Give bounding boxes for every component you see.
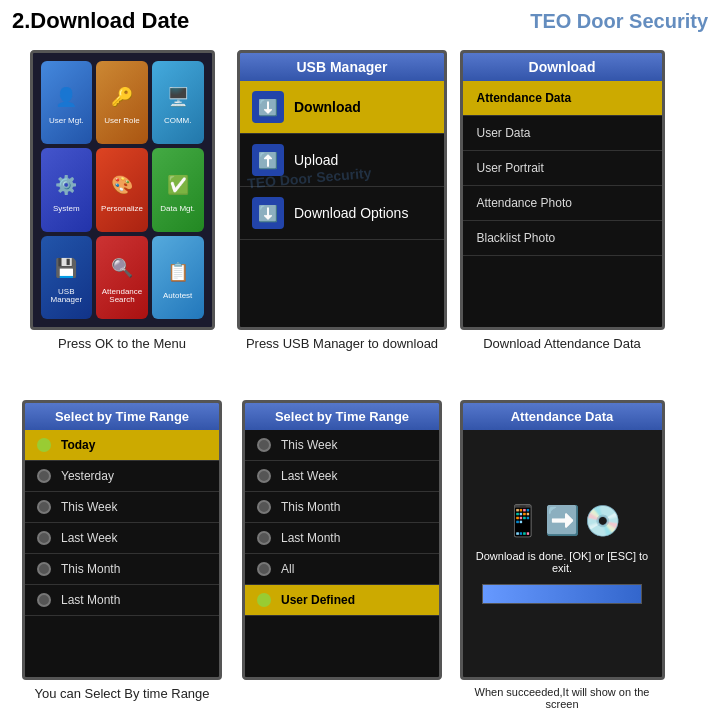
usb-label-download: Download: [294, 99, 361, 115]
time-label-yesterday: Yesterday: [61, 469, 114, 483]
panel1-caption: Press OK to the Menu: [58, 336, 186, 351]
panel-download-options: Download Attendance Data User Data User …: [452, 42, 672, 392]
app-label-user-mgt: User Mgt.: [49, 117, 84, 126]
app-label-comm: COMM.: [164, 117, 192, 126]
usb-label-upload: Upload: [294, 152, 338, 168]
app-screen: 👤 User Mgt. 🔑 User Role 🖥️ COMM. ⚙️ Syst…: [30, 50, 215, 330]
panel-download-success: Attendance Data 📱 ➡️ 💿 Download is done.…: [452, 392, 672, 720]
time-label-last-month: Last Month: [61, 593, 120, 607]
app-label-user-role: User Role: [104, 117, 140, 126]
dl-screen: Download Attendance Data User Data User …: [460, 50, 665, 330]
app-icon-data-mgt[interactable]: ✅ Data Mgt.: [152, 148, 204, 231]
time-item-last-month[interactable]: Last Month: [25, 585, 219, 616]
app-icon-autotest[interactable]: 📋 Autotest: [152, 236, 204, 319]
usb-menu-download-options[interactable]: ⬇️ Download Options: [240, 187, 444, 240]
app-label-attendance-search: Attendance Search: [98, 288, 146, 306]
dl-item-attendance-data[interactable]: Attendance Data: [463, 81, 662, 116]
dl-item-attendance-photo[interactable]: Attendance Photo: [463, 186, 662, 221]
time-dot-last-week: [37, 531, 51, 545]
panel-time-range-user-defined: Select by Time Range This Week Last Week…: [232, 392, 452, 720]
dl-item-user-data[interactable]: User Data: [463, 116, 662, 151]
time-label2-last-month: Last Month: [281, 531, 340, 545]
time-header-2: Select by Time Range: [245, 403, 439, 430]
time-item-this-month[interactable]: This Month: [25, 554, 219, 585]
app-label-data-mgt: Data Mgt.: [160, 205, 195, 214]
app-icon-comm[interactable]: 🖥️ COMM.: [152, 61, 204, 144]
time-item-today[interactable]: Today: [25, 430, 219, 461]
app-label-personalize: Personalize: [101, 205, 143, 214]
panel-app-menu: 👤 User Mgt. 🔑 User Role 🖥️ COMM. ⚙️ Syst…: [12, 42, 232, 392]
panel2-caption: Press USB Manager to download: [246, 336, 438, 351]
time-item2-this-month[interactable]: This Month: [245, 492, 439, 523]
time-item-this-week[interactable]: This Week: [25, 492, 219, 523]
time-label-today: Today: [61, 438, 95, 452]
time-item-yesterday[interactable]: Yesterday: [25, 461, 219, 492]
time-label2-this-month: This Month: [281, 500, 340, 514]
dl-item-blacklist-photo[interactable]: Blacklist Photo: [463, 221, 662, 256]
panel6-caption: When succeeded,It will show on the scree…: [460, 686, 664, 710]
app-icon-personalize[interactable]: 🎨 Personalize: [96, 148, 148, 231]
brand-header: TEO Door Security: [530, 10, 708, 33]
time-label-this-month: This Month: [61, 562, 120, 576]
time-label2-this-week: This Week: [281, 438, 337, 452]
time-header-1: Select by Time Range: [25, 403, 219, 430]
panel4-caption: You can Select By time Range: [34, 686, 209, 701]
time-item2-this-week[interactable]: This Week: [245, 430, 439, 461]
time-screen-1: Select by Time Range Today Yesterday Thi…: [22, 400, 222, 680]
app-label-autotest: Autotest: [163, 292, 192, 301]
time-label-last-week: Last Week: [61, 531, 117, 545]
app-icon-user-mgt[interactable]: 👤 User Mgt.: [41, 61, 93, 144]
app-icon-attendance-search[interactable]: 🔍 Attendance Search: [96, 236, 148, 319]
progress-bar-fill: [483, 585, 641, 603]
panel-time-range-today: Select by Time Range Today Yesterday Thi…: [12, 392, 232, 720]
time-item2-last-week[interactable]: Last Week: [245, 461, 439, 492]
usb-menu-download[interactable]: ⬇️ Download: [240, 81, 444, 134]
usb-menu-upload[interactable]: ⬆️ Upload: [240, 134, 444, 187]
time-item2-user-defined[interactable]: User Defined: [245, 585, 439, 616]
dl-item-user-portrait[interactable]: User Portrait: [463, 151, 662, 186]
app-icon-system[interactable]: ⚙️ System: [41, 148, 93, 231]
page-title: 2.Download Date: [12, 8, 189, 34]
time-label2-all: All: [281, 562, 294, 576]
success-header: Attendance Data: [463, 403, 662, 430]
time-dot2-last-week: [257, 469, 271, 483]
time-dot2-user-defined: [257, 593, 271, 607]
download-icon: ⬇️: [252, 91, 284, 123]
panel3-caption: Download Attendance Data: [483, 336, 641, 351]
time-label2-user-defined: User Defined: [281, 593, 355, 607]
time-item2-last-month[interactable]: Last Month: [245, 523, 439, 554]
time-dot2-this-week: [257, 438, 271, 452]
usb-label-download-options: Download Options: [294, 205, 408, 221]
upload-icon: ⬆️: [252, 144, 284, 176]
time-dot2-last-month: [257, 531, 271, 545]
panel-usb-manager: USB Manager ⬇️ Download ⬆️ Upload ⬇️ Dow…: [232, 42, 452, 392]
success-message: Download is done. [OK] or [ESC] to exit.: [473, 550, 652, 574]
app-label-usb-manager: USB Manager: [43, 288, 91, 306]
success-body: 📱 ➡️ 💿 Download is done. [OK] or [ESC] t…: [463, 430, 662, 677]
time-dot2-all: [257, 562, 271, 576]
device-icon-phone: 📱: [504, 503, 541, 538]
time-dot-today: [37, 438, 51, 452]
time-dot-this-month: [37, 562, 51, 576]
app-icon-usb-manager[interactable]: 💾 USB Manager: [41, 236, 93, 319]
usb-screen: USB Manager ⬇️ Download ⬆️ Upload ⬇️ Dow…: [237, 50, 447, 330]
app-label-system: System: [53, 205, 80, 214]
time-label-this-week: This Week: [61, 500, 117, 514]
arrow-right-icon: ➡️: [545, 504, 580, 537]
time-screen-2: Select by Time Range This Week Last Week…: [242, 400, 442, 680]
progress-bar-container: [482, 584, 642, 604]
time-dot-last-month: [37, 593, 51, 607]
device-icon-usb: 💿: [584, 503, 621, 538]
time-label2-last-week: Last Week: [281, 469, 337, 483]
time-dot-yesterday: [37, 469, 51, 483]
usb-header: USB Manager: [240, 53, 444, 81]
time-dot-this-week: [37, 500, 51, 514]
time-item2-all[interactable]: All: [245, 554, 439, 585]
app-icon-user-role[interactable]: 🔑 User Role: [96, 61, 148, 144]
device-icons: 📱 ➡️ 💿: [504, 503, 621, 538]
dl-header: Download: [463, 53, 662, 81]
time-item-last-week[interactable]: Last Week: [25, 523, 219, 554]
options-icon: ⬇️: [252, 197, 284, 229]
time-dot2-this-month: [257, 500, 271, 514]
success-screen: Attendance Data 📱 ➡️ 💿 Download is done.…: [460, 400, 665, 680]
